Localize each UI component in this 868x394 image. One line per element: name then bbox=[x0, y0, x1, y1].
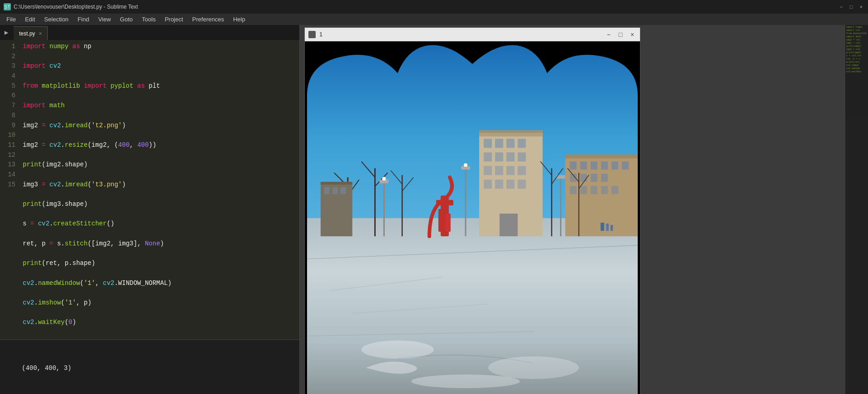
code-line-2: import cv2 bbox=[23, 61, 296, 71]
svg-rect-80 bbox=[600, 223, 604, 231]
menu-selection[interactable]: Selection bbox=[40, 14, 73, 25]
menu-view[interactable]: View bbox=[94, 14, 115, 25]
svg-point-78 bbox=[488, 356, 579, 379]
svg-rect-59 bbox=[601, 174, 608, 182]
menu-help[interactable]: Help bbox=[228, 14, 250, 25]
app-icon: ST bbox=[4, 3, 11, 10]
svg-rect-38 bbox=[484, 166, 492, 175]
svg-rect-47 bbox=[479, 130, 543, 133]
menu-goto[interactable]: Goto bbox=[115, 14, 137, 25]
cv-window[interactable]: 1 − □ × bbox=[304, 27, 640, 394]
code-line-10: s = cv2.createStitcher() bbox=[23, 219, 296, 229]
cv-maximize-button[interactable]: □ bbox=[616, 30, 625, 39]
svg-rect-50 bbox=[570, 161, 576, 170]
svg-rect-26 bbox=[438, 209, 444, 232]
cv-image-area bbox=[305, 41, 640, 394]
menu-edit[interactable]: Edit bbox=[20, 14, 40, 25]
svg-rect-52 bbox=[590, 161, 597, 170]
svg-rect-45 bbox=[518, 180, 526, 189]
tab-nav-icon[interactable]: ▶ bbox=[0, 25, 13, 40]
svg-rect-44 bbox=[506, 180, 515, 189]
svg-rect-32 bbox=[506, 139, 515, 148]
menu-bar: File Edit Selection Find View Goto Tools… bbox=[0, 14, 868, 25]
svg-rect-63 bbox=[601, 186, 608, 194]
svg-rect-27 bbox=[445, 214, 451, 232]
svg-rect-58 bbox=[590, 174, 597, 182]
svg-rect-42 bbox=[484, 180, 492, 189]
svg-rect-31 bbox=[495, 139, 503, 148]
code-line-15: cv2.waitKey(0) bbox=[23, 318, 296, 328]
title-bar: ST C:\Users\lenovouser\Desktop\test.py -… bbox=[0, 0, 868, 14]
svg-rect-55 bbox=[622, 161, 629, 170]
svg-rect-68 bbox=[332, 187, 338, 194]
cv-minimize-button[interactable]: − bbox=[605, 30, 613, 39]
minimap: import numpyimport cv2from matplotlibimp… bbox=[845, 25, 868, 394]
line-numbers: 1 2 3 4 5 6 7 8 9 10 11 12 13 14 15 bbox=[0, 40, 19, 339]
code-line-7: print(img2.shape) bbox=[23, 160, 296, 170]
svg-point-79 bbox=[411, 374, 520, 388]
svg-rect-40 bbox=[506, 166, 515, 175]
cv-window-controls: − □ × bbox=[605, 30, 636, 39]
svg-point-77 bbox=[362, 340, 434, 359]
svg-rect-37 bbox=[518, 152, 526, 161]
svg-rect-46 bbox=[500, 214, 518, 236]
code-line-9: print(img3.shape) bbox=[23, 199, 296, 209]
code-line-4: import math bbox=[23, 101, 296, 111]
window-controls: − □ × bbox=[838, 4, 864, 10]
svg-rect-81 bbox=[606, 224, 609, 231]
svg-rect-33 bbox=[518, 139, 526, 148]
svg-rect-66 bbox=[321, 182, 352, 185]
tab-test-py[interactable]: test.py × bbox=[14, 26, 48, 40]
console-line-1: (400, 400, 3) bbox=[22, 363, 296, 373]
svg-rect-2 bbox=[307, 218, 638, 394]
code-line-13: cv2.namedWindow('1', cv2.WINDOW_NORMAL) bbox=[23, 279, 296, 289]
svg-rect-39 bbox=[495, 166, 503, 175]
code-area[interactable]: 1 2 3 4 5 6 7 8 9 10 11 12 13 14 15 impo… bbox=[0, 40, 299, 339]
menu-tools[interactable]: Tools bbox=[137, 14, 160, 25]
svg-rect-60 bbox=[570, 186, 576, 194]
cv-window-icon bbox=[308, 31, 316, 38]
menu-file[interactable]: File bbox=[2, 14, 20, 25]
svg-rect-51 bbox=[580, 161, 587, 170]
code-line-3: from matplotlib import pyplot as plt bbox=[23, 81, 296, 91]
code-line-1: import numpy as np bbox=[23, 42, 296, 52]
minimap-code: import numpyimport cv2from matplotlibimp… bbox=[845, 25, 868, 75]
svg-rect-62 bbox=[590, 186, 597, 194]
svg-rect-49 bbox=[565, 155, 638, 158]
svg-rect-67 bbox=[324, 187, 330, 194]
svg-rect-35 bbox=[495, 152, 503, 161]
svg-point-21 bbox=[464, 163, 467, 167]
svg-point-18 bbox=[382, 177, 386, 180]
code-line-6: img2 = cv2.resize(img2, (400, 400)) bbox=[23, 140, 296, 150]
svg-rect-61 bbox=[580, 186, 587, 194]
svg-rect-64 bbox=[611, 186, 618, 194]
svg-rect-34 bbox=[484, 152, 492, 161]
code-line-11: ret, p = s.stitch([img2, img3], None) bbox=[23, 239, 296, 249]
tab-bar: ▶ test.py × bbox=[0, 25, 299, 40]
svg-rect-82 bbox=[610, 225, 613, 231]
image-window-container: 1 − □ × bbox=[300, 25, 868, 394]
menu-find[interactable]: Find bbox=[73, 14, 94, 25]
code-editor[interactable]: import numpy as np import cv2 from matpl… bbox=[19, 40, 299, 339]
svg-rect-53 bbox=[601, 161, 608, 170]
cv-window-titlebar: 1 − □ × bbox=[305, 28, 640, 41]
maximize-button[interactable]: □ bbox=[848, 4, 854, 10]
code-line-5: img2 = cv2.imread('t2.png') bbox=[23, 121, 296, 131]
svg-rect-69 bbox=[341, 187, 346, 194]
svg-rect-30 bbox=[484, 139, 492, 148]
code-line-8: img3 = cv2.imread('t3.png') bbox=[23, 180, 296, 190]
code-line-14: cv2.imshow('1', p) bbox=[23, 298, 296, 308]
window-title: C:\Users\lenovouser\Desktop\test.py - Su… bbox=[14, 4, 838, 10]
tab-close-button[interactable]: × bbox=[39, 30, 42, 37]
tab-label: test.py bbox=[19, 30, 35, 37]
code-line-12: print(ret, p.shape) bbox=[23, 259, 296, 269]
menu-project[interactable]: Project bbox=[160, 14, 188, 25]
svg-rect-41 bbox=[518, 166, 526, 175]
cv-close-button[interactable]: × bbox=[628, 30, 636, 39]
minimize-button[interactable]: − bbox=[838, 4, 844, 10]
main-area: ▶ test.py × 1 2 3 4 5 6 7 8 9 10 11 12 1… bbox=[0, 25, 868, 394]
cv-window-title: 1 bbox=[319, 31, 601, 38]
svg-rect-54 bbox=[611, 161, 618, 170]
close-button[interactable]: × bbox=[858, 4, 864, 10]
menu-preferences[interactable]: Preferences bbox=[188, 14, 228, 25]
